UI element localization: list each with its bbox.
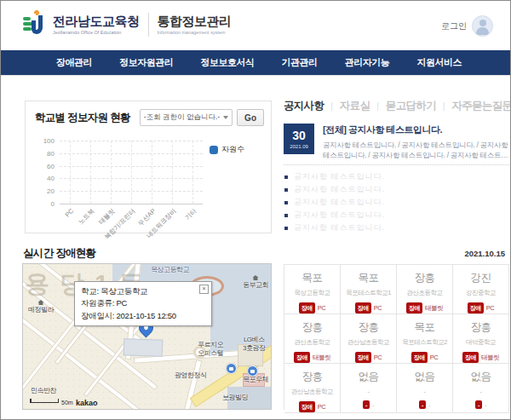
notice-list-text: 공지사항 테스트입니다. [294, 171, 385, 182]
fault-badge: - [363, 400, 370, 409]
map-label-lg: LG베스 3호광장 [243, 336, 265, 352]
fault-badge: 장애 [299, 401, 315, 412]
nav-item-6[interactable]: 지원서비스 [416, 56, 462, 69]
fault-badge: 장애 [355, 302, 371, 314]
notice-date-badge: 30 2021.09 [284, 124, 314, 154]
chart-legend[interactable]: 자원수 [210, 144, 244, 155]
card-school: 목포테스트학교2 [402, 338, 447, 347]
close-icon[interactable]: × [199, 285, 209, 294]
notice-tab-1[interactable]: 공지사항 [284, 99, 324, 113]
card-region: 목포 [302, 271, 323, 285]
kakao-map[interactable]: 용당1동 목상고등학교 동부교회 매정빌라 LG베스 3호광장 푸르지오 오피스… [22, 263, 272, 410]
notice-tab-2[interactable]: 자료실 [340, 99, 370, 113]
notice-list-text: 공지사항 테스트입니다. [294, 210, 385, 221]
bullet-icon [284, 201, 288, 204]
fault-card[interactable]: 없음--- [341, 364, 397, 413]
x-axis-label: 노트북 [77, 207, 96, 227]
notice-list-item[interactable]: 공지사항 테스트입니다. [284, 196, 509, 209]
church-icon [253, 275, 259, 280]
fault-card[interactable]: 장흥관산남초등학교장애PC [284, 364, 341, 413]
v-gridline [131, 141, 132, 204]
kakao-logo[interactable]: kakao [76, 399, 98, 407]
nav-item-1[interactable]: 장애관리 [56, 56, 92, 69]
go-button[interactable]: Go [237, 109, 264, 126]
app-subtitle: Information management system [158, 30, 232, 35]
notice-list-item[interactable]: 공지사항 테스트입니다. [284, 170, 509, 183]
chart-x-axis: PC노트북태블릿복합기/프린터무선AP네트워크장비기타 [60, 205, 203, 239]
notice-tab-4[interactable]: 자주묻는질문 [451, 99, 511, 113]
fault-card[interactable]: 목포목포테스트학교2장애PC [397, 314, 453, 364]
fault-badge: 장애 [462, 352, 479, 363]
nav-item-3[interactable]: 정보보호서식 [200, 56, 254, 69]
nav-item-4[interactable]: 기관관리 [282, 56, 318, 69]
info-time: 장애일시: 2021-10-15 12:50 [81, 310, 205, 322]
card-resource-type: - [485, 401, 486, 409]
fault-card[interactable]: 장흥대덕중학교장애태블릿 [453, 314, 509, 364]
notice-list-item[interactable]: 공지사항 테스트입니다. [284, 222, 509, 234]
notice-list: 공지사항 테스트입니다.공지사항 테스트입니다.공지사항 테스트입니다.공지사항… [284, 170, 509, 234]
fault-card[interactable]: 없음--- [397, 364, 453, 413]
card-resource-type: 태블릿 [313, 354, 330, 362]
card-resource-type: PC [486, 304, 494, 312]
fault-badge: 장애 [355, 352, 371, 363]
card-badge-row: 장애PC [411, 352, 438, 363]
lg-label-line2: 3호광장 [243, 344, 265, 352]
h-gridline [60, 204, 203, 204]
card-region: 목포 [415, 320, 435, 335]
logo[interactable]: 전라남도교육청 Jeollanamdo Office Of Education … [23, 10, 232, 39]
bullet-icon [284, 227, 288, 230]
fault-card[interactable]: 목포목상고등학교장애PC [284, 265, 341, 314]
nav-item-5[interactable]: 관리자기능 [345, 56, 390, 69]
card-school: 목포테스트학교1 [346, 289, 391, 297]
org-name: 전라남도교육청 [53, 14, 140, 29]
notice-panel: 공지사항|자료실|묻고답하기|자주묻는질문 30 2021.09 [전체] 공지… [284, 97, 509, 233]
resource-panel-header: 학교별 정보자원 현황 -조회 권한이 없습니다.- Go [35, 109, 264, 126]
card-resource-type: PC [430, 354, 438, 361]
card-badge-row: 장애태블릿 [406, 302, 443, 314]
map-label-bogwang: 보광빌딩 [222, 394, 248, 402]
card-school: 목상고등학교 [295, 289, 330, 297]
fault-badge: 장애 [406, 302, 422, 314]
map-building [123, 338, 164, 357]
notice-tab-3[interactable]: 묻고답하기 [386, 99, 436, 113]
fault-card[interactable]: 장흥관산초등학교장애태블릿 [397, 265, 453, 314]
fault-card[interactable]: 목포목포테스트학교1장애PC [341, 265, 397, 314]
card-region: 장흥 [415, 271, 435, 285]
y-axis-label: 20 [47, 187, 55, 195]
card-badge-row: -- [419, 400, 430, 409]
fault-card-grid: 목포목상고등학교장애PC목포목포테스트학교1장애PC장흥관산초등학교장애태블릿강… [284, 264, 509, 410]
fault-card[interactable]: 장흥관산초등학교장애태블릿 [284, 314, 341, 364]
v-gridline [192, 141, 193, 204]
legend-swatch-icon [210, 146, 218, 154]
notice-list-text: 공지사항 테스트입니다. [294, 197, 385, 208]
card-resource-type: - [372, 401, 374, 409]
card-region: 장흥 [302, 370, 323, 384]
card-school: 관산남초등학교 [291, 388, 333, 396]
notice-list-item[interactable]: 공지사항 테스트입니다. [284, 209, 509, 222]
bus-stop-icon[interactable] [247, 365, 258, 377]
featured-notice[interactable]: 30 2021.09 [전체] 공지사항 테스트입니다. 공지사항 테스트입니다… [284, 124, 509, 161]
card-region: 없음 [471, 370, 491, 384]
x-axis-label: PC [64, 207, 76, 219]
login-button[interactable]: 로그인 [441, 15, 493, 37]
fault-badge: - [419, 400, 426, 409]
card-school: 관산남초등학교 [347, 338, 389, 347]
app-window: 전라남도교육청 Jeollanamdo Office Of Education … [0, 0, 511, 420]
v-gridline [111, 141, 112, 204]
fault-card[interactable]: 강진강진중학교장애PC [453, 265, 509, 314]
header: 전라남도교육청 Jeollanamdo Office Of Education … [1, 1, 510, 50]
bullet-icon [284, 175, 288, 179]
card-school: - [368, 388, 370, 395]
office-logo-icon [23, 10, 47, 39]
nav-item-2[interactable]: 정보자원관리 [119, 56, 173, 69]
school-select[interactable]: -조회 권한이 없습니다.- [140, 109, 233, 126]
card-school: 강진중학교 [466, 289, 496, 297]
bus-stop-icon[interactable] [226, 363, 237, 374]
chevron-down-icon [223, 116, 228, 119]
fault-badge: 장애 [294, 352, 310, 363]
notice-list-item[interactable]: 공지사항 테스트입니다. [284, 183, 509, 196]
fault-card[interactable]: 없음--- [453, 364, 509, 413]
org-title-block: 전라남도교육청 Jeollanamdo Office Of Education [53, 14, 140, 36]
tab-separator: | [330, 101, 333, 111]
fault-card[interactable]: 장흥관산남초등학교장애PC [341, 314, 397, 364]
